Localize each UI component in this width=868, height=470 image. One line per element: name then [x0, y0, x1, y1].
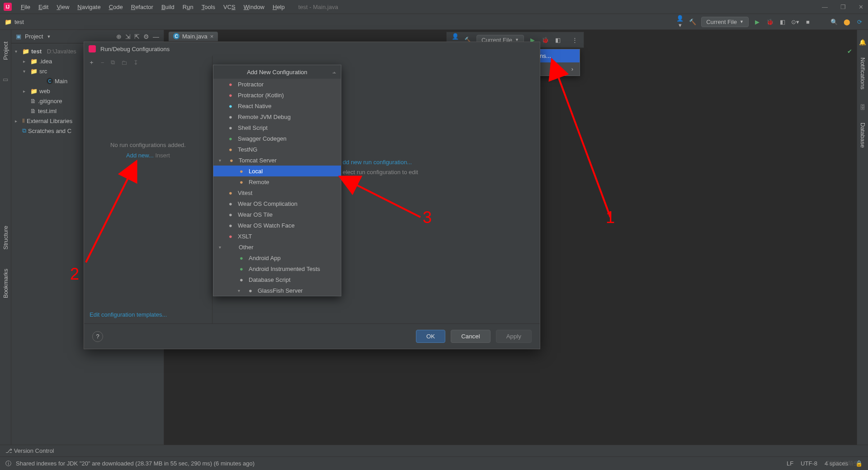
chevron-down-icon: ▼ — [740, 19, 744, 24]
cfg-item-local[interactable]: ●Local — [213, 166, 341, 176]
collapse-all-icon[interactable]: ⇱ — [134, 33, 140, 40]
cfg-item-remote-jvm-debug[interactable]: ●Remote JVM Debug — [213, 111, 341, 122]
chevron-down-icon[interactable]: ▼ — [47, 34, 51, 39]
folder-icon: 📁 — [5, 19, 12, 25]
project-panel-title: Project — [25, 33, 43, 40]
select-opened-file-icon[interactable]: ⊕ — [116, 33, 122, 40]
rail-bookmarks[interactable]: Bookmarks — [2, 266, 9, 301]
coverage-icon[interactable]: ◧ — [554, 37, 562, 43]
cfg-item-vitest[interactable]: ●Vitest — [213, 187, 341, 198]
rail-structure[interactable]: Structure — [2, 223, 9, 252]
cfg-item-android-instrumented-tests[interactable]: ●Android Instrumented Tests — [213, 263, 341, 274]
run-icon[interactable]: ▶ — [753, 19, 761, 25]
menu-view[interactable]: View — [53, 2, 73, 12]
breadcrumb-project[interactable]: test — [14, 19, 24, 25]
status-info-icon[interactable]: ⓘ — [5, 460, 11, 468]
rail-database[interactable]: Database — [859, 120, 866, 151]
cfg-item-shell-script[interactable]: ●Shell Script — [213, 122, 341, 133]
folder-config-icon[interactable]: 🗀 — [121, 59, 127, 66]
search-icon[interactable]: 🔍 — [830, 19, 838, 25]
cfg-item-glassfish-server[interactable]: ▾●GlassFish Server — [213, 285, 341, 296]
copy-config-icon[interactable]: ⧉ — [111, 59, 115, 66]
hide-icon[interactable]: — — [153, 33, 159, 40]
window-maximize-icon[interactable]: ❐ — [840, 4, 846, 10]
menu-file[interactable]: File — [17, 2, 34, 12]
menu-code[interactable]: Code — [105, 2, 127, 12]
menu-refactor[interactable]: Refactor — [127, 2, 157, 12]
menu-run[interactable]: Run — [179, 2, 197, 12]
editor-tab-main[interactable]: C Main.java × — [169, 32, 218, 41]
window-minimize-icon[interactable]: — — [822, 4, 828, 10]
app-logo-icon — [89, 45, 96, 52]
main-toolbar: 📁 test 👤▾ 🔨 Current File ▼ ▶ 🐞 ◧ ⊙▾ ■ 🔍 … — [0, 14, 868, 30]
code-with-me-icon[interactable]: ⟳ — [855, 19, 863, 25]
right-tool-rail: 🔔 Notifications 🗄 Database — [857, 30, 868, 456]
debug-icon[interactable]: 🐞 — [766, 19, 774, 25]
close-tab-icon[interactable]: × — [210, 33, 214, 40]
add-config-icon[interactable]: ＋ — [89, 58, 94, 66]
cfg-item-swagger-codegen[interactable]: ●Swagger Codegen — [213, 133, 341, 144]
sort-config-icon[interactable]: ↧ — [133, 59, 138, 66]
rail-project[interactable]: Project — [2, 39, 9, 62]
cfg-item-android-app[interactable]: ●Android App — [213, 252, 341, 263]
cfg-item-database-script[interactable]: ●Database Script — [213, 274, 341, 285]
help-button[interactable]: ? — [92, 331, 103, 342]
status-encoding[interactable]: UTF-8 — [801, 460, 817, 467]
cfg-item-wear-os-watch-face[interactable]: ●Wear OS Watch Face — [213, 220, 341, 231]
cfg-item-tomcat-server[interactable]: ▾●Tomcat Server — [213, 155, 341, 166]
cfg-item-xslt[interactable]: ●XSLT — [213, 231, 341, 242]
menu-help[interactable]: Help — [269, 2, 288, 12]
pin-icon[interactable]: ⫠ — [331, 69, 337, 76]
window-title: test - Main.java — [298, 4, 338, 10]
cfg-item-react-native[interactable]: ●React Native — [213, 100, 341, 111]
cfg-item-protractor[interactable]: ●Protractor — [213, 79, 341, 90]
profile-icon[interactable]: ⊙▾ — [791, 19, 799, 25]
cfg-item-protractor-kotlin-[interactable]: ●Protractor (Kotlin) — [213, 90, 341, 100]
ide-update-icon[interactable]: ⬤ — [843, 19, 851, 25]
cfg-item-wear-os-complication[interactable]: ●Wear OS Complication — [213, 198, 341, 209]
cfg-item-other[interactable]: ▾Other — [213, 242, 341, 252]
build-icon[interactable]: 🔨 — [689, 19, 697, 25]
database-icon[interactable]: 🗄 — [860, 104, 866, 111]
inspection-ok-icon[interactable]: ✔ — [847, 48, 852, 55]
run-config-selector[interactable]: Current File ▼ — [701, 17, 749, 27]
config-list-toolbar: ＋ − ⧉ 🗀 ↧ — [84, 56, 212, 69]
rail-square-icon[interactable]: ▭ — [3, 76, 8, 83]
menu-edit[interactable]: Edit — [35, 2, 52, 12]
user-icon[interactable]: 👤▾ — [676, 15, 684, 28]
run-config-label: Current File — [706, 19, 737, 25]
editor-tab-label: Main.java — [182, 33, 208, 40]
ok-button[interactable]: OK — [416, 330, 445, 343]
app-logo-icon: IJ — [4, 3, 12, 11]
menu-build[interactable]: Build — [158, 2, 178, 12]
rail-notifications[interactable]: Notifications — [859, 55, 866, 92]
debug-icon[interactable]: 🐞 — [541, 37, 549, 43]
left-tool-rail: Project ▭ Structure Bookmarks — [0, 30, 11, 456]
settings-icon[interactable]: ⚙ — [143, 33, 149, 40]
tab-version-control[interactable]: ⎇ Version Control — [5, 447, 54, 454]
menu-window[interactable]: Window — [240, 2, 268, 12]
expand-all-icon[interactable]: ⇲ — [125, 33, 131, 40]
menu-vcs[interactable]: VCS — [220, 2, 239, 12]
cancel-button[interactable]: Cancel — [451, 330, 491, 343]
annotation-3: 3 — [423, 208, 432, 227]
apply-button[interactable]: Apply — [496, 330, 532, 343]
more-icon[interactable]: ⋮ — [571, 37, 579, 43]
empty-config-message: No run configurations added. — [110, 142, 186, 148]
menu-tools[interactable]: Tools — [198, 2, 219, 12]
stop-icon[interactable]: ■ — [804, 19, 812, 25]
window-close-icon[interactable]: ✕ — [859, 4, 863, 10]
cfg-item-wear-os-tile[interactable]: ●Wear OS Tile — [213, 209, 341, 220]
edit-templates-link[interactable]: Edit configuration templates... — [90, 311, 167, 318]
add-new-link[interactable]: Add new... — [126, 152, 154, 159]
remove-config-icon[interactable]: − — [101, 59, 104, 66]
cfg-item-remote[interactable]: ●Remote — [213, 176, 341, 187]
notifications-bell-icon[interactable]: 🔔 — [859, 39, 866, 46]
annotation-1: 1 — [606, 208, 615, 227]
status-message: Shared indexes for JDK "20" are download… — [16, 460, 255, 467]
status-line-sep[interactable]: LF — [787, 460, 793, 467]
hint-add-new[interactable]: dd new run configuration... — [343, 159, 412, 166]
cfg-item-testng[interactable]: ●TestNG — [213, 144, 341, 155]
coverage-icon[interactable]: ◧ — [778, 19, 787, 25]
menu-navigate[interactable]: Navigate — [74, 2, 104, 12]
